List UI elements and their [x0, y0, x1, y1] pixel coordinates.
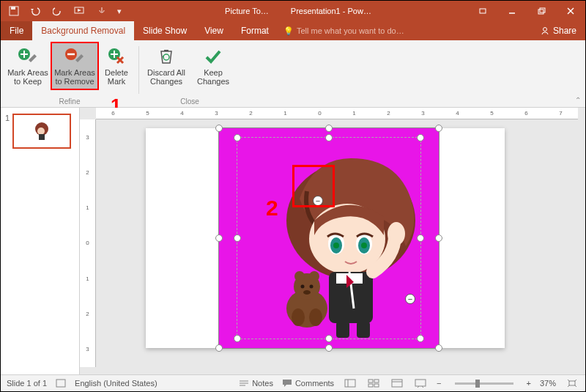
svg-rect-3: [480, 9, 486, 13]
restore-icon[interactable]: [527, 1, 556, 21]
marquee-handle[interactable]: [417, 335, 424, 342]
notes-button[interactable]: Notes: [239, 379, 273, 388]
marquee-handle[interactable]: [325, 134, 333, 141]
zoom-in-button[interactable]: +: [527, 379, 531, 388]
thumbnail-image: [31, 120, 53, 142]
slide-thumbnail-panel: 1: [1, 108, 80, 374]
zoom-level[interactable]: 37%: [540, 379, 556, 388]
marquee-handle[interactable]: [234, 335, 241, 342]
marquee-handle[interactable]: [234, 134, 241, 141]
group-close: Discard All Changes Keep Changes Close: [139, 40, 240, 107]
marquee-handle[interactable]: [417, 234, 424, 242]
tab-file[interactable]: File: [1, 21, 32, 40]
tell-me-placeholder: Tell me what you want to do…: [297, 26, 404, 35]
delete-mark-button[interactable]: Delete Mark: [99, 43, 134, 89]
button-label: Mark Areas to Remove: [52, 68, 97, 86]
resize-handle[interactable]: [325, 125, 333, 132]
mark-areas-to-keep-button[interactable]: Mark Areas to Keep: [5, 43, 51, 89]
resize-handle[interactable]: [435, 234, 442, 242]
svg-rect-53: [374, 380, 379, 382]
svg-rect-61: [569, 381, 575, 385]
button-label: Delete Mark: [99, 68, 134, 86]
discard-icon: [155, 46, 178, 67]
resize-handle[interactable]: [215, 234, 223, 242]
horizontal-ruler: 65432101234567: [96, 108, 578, 119]
zoom-slider[interactable]: [455, 382, 513, 385]
slide-editor: 65432101234567 3210123: [80, 108, 585, 374]
minus-pencil-icon: [63, 46, 86, 67]
svg-rect-1: [11, 7, 15, 10]
qat-dropdown-icon[interactable]: ▾: [115, 2, 124, 20]
vertical-ruler: 3210123: [80, 119, 96, 367]
svg-rect-50: [345, 380, 355, 387]
zoom-knob[interactable]: [475, 380, 480, 388]
svg-rect-56: [392, 380, 402, 387]
fit-to-window-icon[interactable]: [565, 377, 579, 389]
marquee-handle[interactable]: [234, 234, 241, 242]
close-icon[interactable]: [556, 1, 585, 21]
marquee-handle[interactable]: [417, 134, 424, 141]
title-bar: ▾ Picture To… Presentation1 - Pow…: [1, 1, 585, 21]
checkmark-icon: [201, 46, 225, 67]
annotation-box-2: [292, 165, 335, 207]
notes-label: Notes: [252, 379, 273, 388]
comments-button[interactable]: Comments: [282, 379, 334, 388]
button-label: Discard All Changes: [144, 68, 189, 86]
keep-changes-button[interactable]: Keep Changes: [190, 43, 236, 89]
tab-background-removal[interactable]: Background Removal: [32, 21, 134, 40]
resize-handle[interactable]: [325, 344, 333, 352]
reading-view-icon[interactable]: [390, 377, 404, 389]
delete-mark-icon: [105, 46, 128, 67]
annotation-2: 2: [266, 196, 278, 221]
app-title: Presentation1 - Pow…: [291, 7, 371, 15]
svg-rect-46: [56, 380, 65, 387]
slide-sorter-view-icon[interactable]: [366, 377, 381, 389]
slide-thumbnail[interactable]: [12, 114, 71, 149]
svg-rect-23: [39, 134, 45, 140]
language-indicator[interactable]: English (United States): [75, 379, 157, 388]
svg-rect-54: [368, 384, 373, 387]
group-label: Close: [180, 97, 199, 107]
slide-canvas[interactable]: − − 2: [146, 128, 505, 348]
ribbon-options-icon[interactable]: [468, 1, 497, 21]
svg-rect-58: [415, 380, 426, 386]
resize-handle[interactable]: [435, 344, 442, 352]
resize-handle[interactable]: [435, 125, 442, 132]
picture-selection[interactable]: − − 2: [219, 128, 439, 348]
start-from-beginning-icon[interactable]: [71, 2, 89, 20]
redo-icon[interactable]: [49, 2, 67, 20]
button-label: Mark Areas to Keep: [5, 68, 51, 86]
slideshow-view-icon[interactable]: [413, 377, 428, 389]
collapse-ribbon-icon[interactable]: ⌃: [575, 96, 581, 104]
svg-rect-6: [540, 8, 545, 12]
comments-label: Comments: [295, 379, 334, 388]
normal-view-icon[interactable]: [343, 377, 357, 389]
ribbon-tabs: File Background Removal Slide Show View …: [1, 21, 585, 40]
undo-icon[interactable]: [27, 2, 45, 20]
slide-number: 1: [5, 114, 10, 149]
contextual-tab-label: Picture To…: [225, 7, 269, 15]
tab-view[interactable]: View: [196, 21, 232, 40]
touch-mode-icon[interactable]: [93, 2, 111, 20]
tab-slide-show[interactable]: Slide Show: [134, 21, 196, 40]
mark-areas-to-remove-button[interactable]: Mark Areas to Remove: [52, 43, 97, 89]
svg-rect-5: [538, 10, 544, 14]
zoom-out-button[interactable]: −: [437, 379, 441, 388]
tab-format[interactable]: Format: [232, 21, 278, 40]
spell-check-icon[interactable]: [56, 379, 66, 388]
minimize-icon[interactable]: [497, 1, 527, 21]
save-icon[interactable]: [5, 2, 23, 20]
remove-mark-indicator[interactable]: −: [405, 294, 415, 304]
resize-handle[interactable]: [215, 344, 223, 352]
ribbon: Mark Areas to Keep Mark Areas to Remove …: [1, 40, 585, 108]
workspace: 1 65432101234567 3210123: [1, 108, 585, 374]
plus-pencil-icon: [16, 46, 40, 67]
tell-me-search[interactable]: 💡 Tell me what you want to do…: [278, 26, 531, 36]
share-button[interactable]: Share: [531, 26, 585, 36]
status-bar: Slide 1 of 1 English (United States) Not…: [1, 374, 585, 391]
resize-handle[interactable]: [215, 125, 223, 132]
svg-rect-55: [374, 384, 379, 387]
slide-indicator[interactable]: Slide 1 of 1: [7, 379, 47, 388]
marquee-handle[interactable]: [325, 335, 333, 342]
discard-all-changes-button[interactable]: Discard All Changes: [144, 43, 189, 89]
